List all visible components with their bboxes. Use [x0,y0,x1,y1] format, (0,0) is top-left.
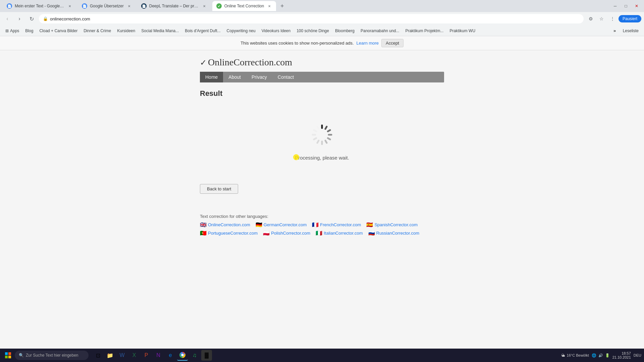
bookmark-label-100dinge: 100 schöne Dinge [297,28,329,33]
start-button[interactable] [3,350,13,361]
svg-line-8 [314,138,316,139]
footer-link-spanish[interactable]: 🇪🇸 SpanishCorrector.com [366,222,418,228]
tab-onlinecorrection[interactable]: ✔ Online Text Correction ✕ [212,1,276,11]
bookmark-label-canva: Cload + Canva Bilder [39,28,77,33]
clock[interactable]: 18:57 21.10.2021 [612,351,631,359]
maximize-button[interactable]: □ [621,1,631,11]
profile-button[interactable]: Pausiert [619,15,641,22]
accept-button[interactable]: Accept [381,39,404,47]
footer-link-italian[interactable]: 🇮🇹 ItalianCorrector.com [316,230,363,236]
reload-button[interactable]: ↻ [27,14,36,23]
date-display: 21.10.2021 [612,355,631,359]
bookmark-dinner[interactable]: Dinner & Crime [81,27,114,35]
nav-privacy[interactable]: Privacy [246,72,272,82]
bookmark-kursideen[interactable]: Kursideen [114,27,138,35]
svg-line-10 [314,130,316,131]
footer-link-russian[interactable]: 🇷🇺 RussianCorrector.com [368,230,420,236]
taskbar-word[interactable]: W [117,350,127,361]
flag-de: 🇩🇪 [256,222,262,228]
bookmark-label-apps: Apps [10,28,19,33]
bookmark-label-dinner: Dinner & Crime [84,28,111,33]
nav-about[interactable]: About [223,72,246,82]
footer-link-french[interactable]: 🇫🇷 FrenchCorrector.com [312,222,361,228]
taskbar-explorer[interactable]: 📁 [105,350,115,361]
minimize-button[interactable]: ─ [610,1,620,11]
taskbar-onenote[interactable]: N [153,350,164,361]
svg-rect-13 [8,352,11,355]
bookmark-label-praktikum: Praktikum Projektm... [405,28,443,33]
learn-more-link[interactable]: Learn more [357,41,379,46]
bookmark-copywriting[interactable]: Copywriting neu [224,27,258,35]
tab-close-docs[interactable]: ✕ [67,3,72,9]
taskbar-app10[interactable]: ▓ [201,350,212,361]
footer-link-row-2: 🇵🇹 PortugueseCorrector.com 🇵🇱 PolishCorr… [200,230,444,236]
svg-line-4 [328,138,330,139]
svg-rect-15 [8,356,11,358]
battery-icon: 🔋 [605,353,610,358]
footer-link-german-text: GermanCorrector.com [264,222,307,227]
more-bookmarks-button[interactable]: » [610,26,620,36]
close-button[interactable]: ✕ [632,1,641,11]
address-bar[interactable]: 🔒 onlinecorrection.com [39,14,584,23]
taskbar: 🔍 Zur Suche Text hier eingeben ⊡ 📁 W X P… [0,349,644,362]
bookmark-star-icon[interactable]: ☆ [597,14,606,23]
lock-icon: 🔒 [43,16,48,21]
bookmark-label-panorama: Panoramabahn und... [361,28,399,33]
forward-nav-button[interactable]: › [15,14,24,23]
footer-link-polish-text: PolishCorrector.com [271,231,310,236]
tab-google-translate[interactable]: 📄 Google Übersetzer ✕ [78,1,136,11]
settings-icon[interactable]: ⋮ [608,14,617,23]
bookmark-100dinge[interactable]: 100 schöne Dinge [294,27,332,35]
taskbar-spotify[interactable]: ♫ [189,350,200,361]
bookmark-bloomberg[interactable]: Bloomberg [332,27,357,35]
tab-deepl[interactable]: 📄 DeepL Translate – Der präziseste... ✕ [137,1,211,11]
bookmark-panorama[interactable]: Panoramabahn und... [358,27,402,35]
tab-title-oc: Online Text Correction [224,4,264,8]
bookmark-apps[interactable]: ⊞ Apps [3,27,22,35]
flag-fr: 🇫🇷 [312,222,319,228]
footer-link-row-1: 🇬🇧 OnlineCorrection.com 🇩🇪 GermanCorrect… [200,222,444,228]
tab-google-docs[interactable]: 📄 Mein erster Text - Google Docs ✕ [3,1,76,11]
footer-link-online[interactable]: 🇬🇧 OnlineCorrection.com [200,222,250,228]
footer-link-italian-text: ItalianCorrector.com [324,231,363,236]
bookmark-canva[interactable]: Cload + Canva Bilder [37,27,80,35]
tab-close-translate[interactable]: ✕ [126,3,132,9]
bookmark-social[interactable]: Social Media Mana... [139,27,181,35]
bookmark-praktikum[interactable]: Praktikum Projektm... [402,27,446,35]
bookmark-label-kursideen: Kursideen [117,28,135,33]
svg-rect-12 [5,352,8,355]
taskbar-edge[interactable]: e [165,350,176,361]
tab-close-oc[interactable]: ✕ [267,3,272,9]
nav-contact[interactable]: Contact [272,72,299,82]
taskbar-app-icons: ⊡ 📁 W X P N e ♫ ▓ [93,350,212,361]
taskbar-taskview[interactable]: ⊡ [93,350,103,361]
network-icon: 🌐 [592,353,596,358]
tab-close-deepl[interactable]: ✕ [202,3,207,9]
footer-link-polish[interactable]: 🇵🇱 PolishCorrector.com [263,230,310,236]
taskbar-chrome[interactable] [177,350,188,361]
footer-link-portuguese-text: PortugueseCorrector.com [208,231,258,236]
processing-text: Processing, please wait. [295,155,349,161]
taskbar-excel[interactable]: X [129,350,140,361]
reading-list[interactable]: Leseliste [620,28,641,33]
nav-home[interactable]: Home [200,72,223,82]
address-text: onlinecorrection.com [50,16,580,21]
bookmark-wu[interactable]: Praktikum WU [447,27,478,35]
back-to-start-button[interactable]: Back to start [200,184,238,194]
taskbar-powerpoint[interactable]: P [141,350,152,361]
bookmark-bois[interactable]: Bois d'Argent Duft... [182,27,223,35]
checkmark-icon: ✓ [200,58,207,67]
bookmark-blog[interactable]: Blog [22,27,36,35]
footer-link-german[interactable]: 🇩🇪 GermanCorrector.com [256,222,307,228]
system-icons: 🌥 16°C Bewölkt [561,353,589,357]
taskbar-search[interactable]: 🔍 Zur Suche Text hier eingeben [15,351,89,360]
bookmark-videokurs[interactable]: Videokurs Ideen [259,27,293,35]
footer-link-portuguese[interactable]: 🇵🇹 PortugueseCorrector.com [200,230,258,236]
site-logo: ✓OnlineCorrection.com [200,57,444,68]
extensions-icon[interactable]: ⚙ [586,14,596,23]
new-tab-button[interactable]: + [277,1,287,11]
back-nav-button[interactable]: ‹ [3,14,12,23]
bookmark-label-bloomberg: Bloomberg [335,28,355,33]
bookmarks-bar: ⊞ Apps Blog Cload + Canva Bilder Dinner … [0,25,644,36]
svg-line-5 [325,140,327,143]
